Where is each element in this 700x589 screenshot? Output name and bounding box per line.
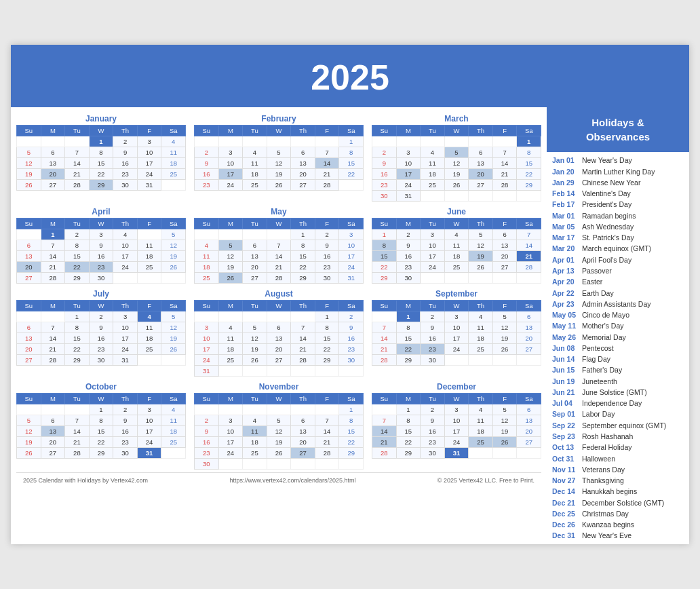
holiday-name: Memorial Day <box>582 332 626 343</box>
holidays-list: Jan 01New Year's DayJan 20Martin Luther … <box>547 152 689 544</box>
holiday-date: Dec 21 <box>552 497 582 508</box>
holiday-name: Father's Day <box>582 364 622 375</box>
holiday-name: Federal Holiday <box>582 442 632 453</box>
month-title-october: October <box>16 382 186 392</box>
footer-left: 2025 Calendar with Holidays by Vertex42.… <box>23 477 148 484</box>
holiday-date: Dec 25 <box>552 508 582 519</box>
holiday-item: Dec 31New Year's Eve <box>552 530 684 541</box>
holiday-name: Easter <box>582 276 602 287</box>
holiday-item: Apr 22Earth Day <box>552 288 684 299</box>
holiday-name: St. Patrick's Day <box>582 232 634 243</box>
holiday-item: Jul 04Independence Day <box>552 398 684 408</box>
month-title-july: July <box>16 289 186 299</box>
holiday-date: Apr 01 <box>552 254 582 265</box>
month-title-march: March <box>372 114 541 124</box>
holiday-item: Jun 21June Solstice (GMT) <box>552 387 684 398</box>
holiday-date: Feb 14 <box>552 188 582 199</box>
holiday-name: Rosh Hashanah <box>582 431 633 442</box>
holiday-name: March equinox (GMT) <box>582 243 651 254</box>
holiday-date: May 05 <box>552 309 582 320</box>
holiday-name: Labor Day <box>582 408 615 419</box>
footer: 2025 Calendar with Holidays by Vertex42.… <box>16 472 541 488</box>
holiday-date: Nov 27 <box>552 475 582 486</box>
holidays-header: Holidays &Observances <box>547 107 689 152</box>
month-april: April SuMTuWThFSa 12345 6789101112 13141… <box>16 207 186 284</box>
holiday-item: Jun 14Flag Day <box>552 354 684 364</box>
month-title-january: January <box>16 114 186 124</box>
month-title-august: August <box>194 289 364 299</box>
holiday-date: Mar 05 <box>552 221 582 232</box>
holiday-item: Jun 15Father's Day <box>552 364 684 375</box>
footer-center: https://www.vertex42.com/calendars/2025.… <box>229 477 355 484</box>
holiday-item: Nov 11Veterans Day <box>552 464 684 475</box>
holiday-name: Admin Assistants Day <box>582 299 651 309</box>
holiday-date: Oct 31 <box>552 453 582 464</box>
month-title-december: December <box>372 382 541 392</box>
holiday-name: September equinox (GMT) <box>582 420 666 431</box>
holiday-item: Apr 23Admin Assistants Day <box>552 299 684 309</box>
holiday-date: May 11 <box>552 320 582 331</box>
page-header: 2025 <box>11 45 689 107</box>
holiday-date: Apr 22 <box>552 288 582 299</box>
holiday-name: Pentecost <box>582 343 614 354</box>
year-title: 2025 <box>311 58 389 97</box>
holiday-name: June Solstice (GMT) <box>582 387 647 398</box>
holiday-date: Sep 22 <box>552 420 582 431</box>
month-november: November SuMTuWThFSa 1 2345678 910111213… <box>194 382 364 470</box>
month-december: December SuMTuWThFSa 123456 78910111213 … <box>372 382 541 470</box>
holiday-name: Martin Luther King Day <box>582 166 655 177</box>
month-may: May SuMTuWThFSa 123 45678910 11121314151… <box>194 207 364 284</box>
month-august: August SuMTuWThFSa 12 3456789 1011121314… <box>194 289 364 377</box>
holiday-name: Flag Day <box>582 354 610 364</box>
holiday-name: Hanukkah begins <box>582 486 637 497</box>
holiday-item: Dec 21December Solstice (GMT) <box>552 497 684 508</box>
holiday-date: Apr 20 <box>552 276 582 287</box>
month-title-may: May <box>194 207 364 216</box>
holiday-item: Mar 01Ramadan begins <box>552 210 684 221</box>
holiday-date: Jan 20 <box>552 166 582 177</box>
holiday-name: Thanksgiving <box>582 475 624 486</box>
month-march: March SuMTuWThFSa 1 2345678 910111213141… <box>372 114 541 202</box>
months-grid: January SuMTuWThFSa 1234 567891011 12131… <box>16 114 541 470</box>
holiday-date: Dec 26 <box>552 519 582 530</box>
holiday-date: Apr 23 <box>552 299 582 309</box>
holiday-date: Dec 31 <box>552 530 582 541</box>
month-title-september: September <box>372 289 541 299</box>
holiday-item: Sep 23Rosh Hashanah <box>552 431 684 442</box>
holiday-item: May 26Memorial Day <box>552 332 684 343</box>
holiday-item: Jun 19Juneteenth <box>552 376 684 387</box>
holiday-name: December Solstice (GMT) <box>582 497 664 508</box>
holiday-item: Dec 25Christmas Day <box>552 508 684 519</box>
holiday-name: Ash Wednesday <box>582 221 634 232</box>
month-january: January SuMTuWThFSa 1234 567891011 12131… <box>16 114 186 202</box>
holiday-date: Jun 21 <box>552 387 582 398</box>
month-title-november: November <box>194 382 364 392</box>
holiday-date: Jun 14 <box>552 354 582 364</box>
holiday-date: Feb 17 <box>552 199 582 210</box>
month-title-february: February <box>194 114 364 124</box>
holiday-name: Cinco de Mayo <box>582 309 629 320</box>
holiday-item: Dec 14Hanukkah begins <box>552 486 684 497</box>
holiday-item: Mar 20March equinox (GMT) <box>552 243 684 254</box>
holiday-item: Oct 31Halloween <box>552 453 684 464</box>
month-september: September SuMTuWThFSa 123456 78910111213… <box>372 289 541 377</box>
holiday-item: Sep 22September equinox (GMT) <box>552 420 684 431</box>
holiday-name: New Year's Day <box>582 155 632 166</box>
holiday-name: President's Day <box>582 199 631 210</box>
holiday-date: Jul 04 <box>552 398 582 408</box>
holiday-item: Oct 13Federal Holiday <box>552 442 684 453</box>
holiday-item: Jan 01New Year's Day <box>552 155 684 166</box>
holiday-item: Sep 01Labor Day <box>552 408 684 419</box>
holiday-date: Sep 23 <box>552 431 582 442</box>
holiday-name: Christmas Day <box>582 508 629 519</box>
holiday-item: Apr 13Passover <box>552 265 684 276</box>
holiday-item: Dec 26Kwanzaa begins <box>552 519 684 530</box>
month-title-april: April <box>16 207 186 216</box>
holiday-name: New Year's Eve <box>582 530 631 541</box>
holiday-item: Apr 20Easter <box>552 276 684 287</box>
holiday-name: Earth Day <box>582 288 614 299</box>
month-february: February SuMTuWThFSa 1 2345678 910111213… <box>194 114 364 202</box>
holiday-item: May 05Cinco de Mayo <box>552 309 684 320</box>
holiday-name: Kwanzaa begins <box>582 519 634 530</box>
month-june: June SuMTuWThFSa 1234567 891011121314 15… <box>372 207 541 284</box>
